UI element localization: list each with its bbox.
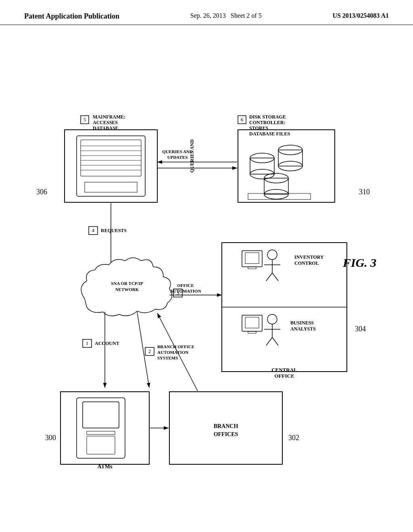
- publication-date: Sep. 26, 2013: [190, 12, 226, 19]
- network-label1: SNA OR TCP/IP: [111, 281, 143, 286]
- queries-label-h2: UPDATES: [167, 155, 188, 160]
- queries-label-h1: QUERIES AND: [162, 149, 193, 154]
- branch-auto-label2: AUTOMATION: [157, 350, 188, 355]
- queries-label1: QUERIES AND: [189, 139, 195, 172]
- svg-rect-38: [87, 436, 115, 454]
- business-label1: BUSINESS: [290, 320, 314, 326]
- disk-label3: STORES: [249, 125, 268, 131]
- ref-302: 302: [288, 434, 299, 442]
- svg-line-26: [272, 273, 278, 281]
- disk-label1: DISK STORAGE: [249, 114, 286, 120]
- office-auto-label1: OFFICE: [177, 283, 194, 288]
- publication-title: Patent Application Publication: [24, 12, 119, 21]
- svg-rect-28: [245, 317, 259, 328]
- mainframe-number: 5: [83, 116, 86, 123]
- svg-rect-20: [245, 253, 259, 264]
- svg-rect-16: [264, 178, 288, 194]
- inventory-label1: INVENTORY: [294, 254, 324, 260]
- svg-line-25: [266, 273, 272, 281]
- branch-auto-number: 2: [148, 348, 151, 354]
- disk-label4: DATABASE FILES: [249, 131, 290, 137]
- svg-rect-36: [83, 402, 119, 428]
- account-number: 1: [86, 340, 89, 346]
- svg-point-30: [267, 314, 277, 324]
- mainframe-label3: DATABASE: [93, 125, 119, 131]
- central-office-label1: CENTRAL: [271, 367, 297, 373]
- svg-rect-8: [85, 182, 137, 192]
- network-label2: NETWORK: [115, 287, 139, 292]
- business-label2: ANALYSTS: [290, 326, 316, 332]
- account-label: ACCOUNT: [95, 341, 119, 346]
- central-office-label2: OFFICE: [274, 373, 294, 379]
- branch-auto-label3: SYSTEMS: [157, 355, 178, 360]
- disk-label2: CONTROLLER:: [249, 120, 285, 125]
- svg-line-34: [272, 337, 278, 345]
- fig-label: FIG. 3: [342, 256, 376, 269]
- inventory-label2: CONTROL: [294, 260, 319, 266]
- page-header: Patent Application Publication Sep. 26, …: [0, 0, 413, 25]
- ref-304: 304: [355, 325, 366, 333]
- branch-arrow: [137, 312, 149, 388]
- svg-rect-1: [81, 140, 141, 176]
- ref-300: 300: [45, 434, 56, 442]
- patent-diagram: 306 310 FIG. 3 5 MAINFRAME: ACCESSES DAT…: [24, 49, 387, 513]
- requests-number: 4: [92, 227, 95, 233]
- svg-rect-13: [278, 150, 302, 166]
- svg-rect-10: [250, 158, 274, 174]
- patent-number: US 2013/0254083 A1: [332, 12, 389, 19]
- mainframe-label1: MAINFRAME:: [93, 114, 125, 120]
- mainframe-box: [65, 130, 157, 202]
- sheet-info: Sheet 2 of 5: [231, 12, 262, 19]
- svg-rect-37: [87, 431, 115, 434]
- svg-point-22: [267, 250, 277, 260]
- requests-label: REQUESTS: [101, 228, 127, 233]
- ref-306: 306: [36, 188, 47, 196]
- disk-number: 6: [241, 116, 244, 123]
- publication-info: Sep. 26, 2013 Sheet 2 of 5: [190, 12, 262, 19]
- svg-rect-0: [77, 136, 145, 196]
- diagram-area: 306 310 FIG. 3 5 MAINFRAME: ACCESSES DAT…: [0, 25, 413, 517]
- mainframe-label2: ACCESSES: [93, 120, 118, 125]
- branch-offices-label1: BRANCH: [214, 423, 238, 429]
- svg-line-33: [266, 337, 272, 345]
- ref-310: 310: [359, 188, 370, 196]
- atm-label: ATMs: [97, 463, 113, 470]
- branch-offices-label2: OFFICES: [214, 431, 238, 437]
- office-auto-label2: AUTOMATION: [170, 289, 201, 293]
